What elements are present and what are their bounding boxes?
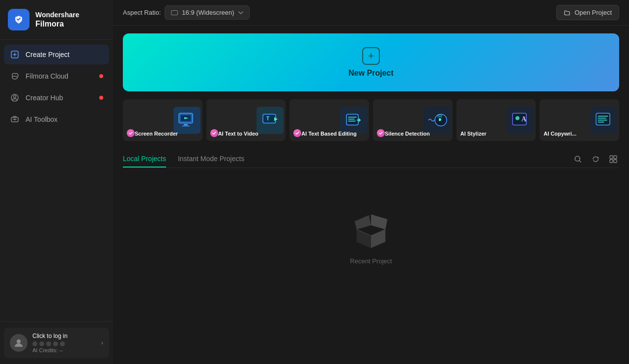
svg-rect-7 [172,10,178,15]
product-name: Filmora [35,19,79,28]
main-header: Aspect Ratio: 16:9 (Widescreen) Open Pro… [113,0,629,26]
screen-recorder-label: Screen Recorder [135,130,178,137]
open-project-icon [564,9,571,16]
ai-toolbox-icon [10,114,20,124]
aspect-ratio-value: 16:9 (Widescreen) [182,9,234,16]
new-project-plus-icon: + [362,47,380,65]
grid-view-icon [609,155,617,163]
sidebar-item-creator-hub[interactable]: Creator Hub [4,88,109,108]
dropdown-chevron-icon [238,11,243,14]
ai-stylizer-img: A [507,107,534,134]
ai-text-to-video-badge [210,129,218,137]
svg-point-2 [12,76,17,79]
tab-actions [572,153,619,165]
svg-text:A: A [521,115,527,123]
ai-dot-5 [60,341,65,346]
aspect-ratio-icon [171,10,178,15]
refresh-icon [592,155,600,163]
content-area: + New Project Screen Recorder [113,26,629,364]
brand-name: Wondershare [35,11,79,19]
ai-dot-3 [46,341,51,346]
ai-stylizer-label: AI Stylizer [460,130,486,137]
ai-toolbox-label: AI Toolbox [26,115,57,123]
search-projects-button[interactable] [572,153,584,165]
tab-local-projects[interactable]: Local Projects [123,151,166,168]
filmora-cloud-label: Filmora Cloud [26,72,68,80]
tab-instant-mode[interactable]: Instant Mode Projects [178,151,244,168]
svg-rect-10 [184,124,188,126]
creator-hub-label: Creator Hub [26,94,63,102]
aspect-ratio-selector: Aspect Ratio: 16:9 (Widescreen) [123,5,250,20]
svg-rect-11 [182,126,190,127]
sidebar-nav: Create Project Filmora Cloud C [0,40,113,321]
silence-detection-badge [377,129,385,137]
empty-projects-area: Recent Project [123,176,619,294]
creator-hub-dot [99,96,103,100]
creator-hub-icon [10,93,20,103]
feature-card-ai-text-based-editing[interactable]: AI Text Based Editing [289,99,369,141]
sidebar-item-filmora-cloud[interactable]: Filmora Cloud [4,66,109,86]
ai-dots [32,341,96,346]
sidebar-item-ai-toolbox[interactable]: AI Toolbox [4,110,109,129]
ai-copywriter-label: AI Copywri... [543,130,576,137]
search-icon [574,155,582,163]
feature-card-silence-detection[interactable]: Silence Detection [373,99,453,141]
app-logo-icon [8,9,29,30]
svg-rect-23 [610,160,613,163]
sidebar: Wondershare Filmora Create Project F [0,0,113,364]
svg-rect-14 [346,114,358,125]
create-project-label: Create Project [26,51,69,58]
logo-area: Wondershare Filmora [0,0,113,40]
user-chevron-icon: › [101,339,103,346]
svg-point-4 [14,96,16,98]
svg-rect-21 [610,156,613,159]
ai-dot-4 [53,341,58,346]
user-avatar [10,334,28,352]
screen-recorder-badge [127,129,135,137]
ai-credits-label: AI Credits: -- [32,347,96,353]
user-info: Click to log in AI Credits: -- [32,333,96,353]
feature-card-screen-recorder[interactable]: Screen Recorder [123,99,202,141]
create-project-icon [10,50,20,59]
open-project-label: Open Project [574,9,612,16]
refresh-projects-button[interactable] [590,153,601,165]
feature-card-ai-copywriter[interactable]: AI Copywri... ⋮ [540,99,619,141]
aspect-ratio-dropdown[interactable]: 16:9 (Widescreen) [165,5,249,20]
feature-cards-row: Screen Recorder AI Text to Video [123,99,619,141]
new-project-label: New Project [348,69,394,78]
svg-rect-19 [596,113,610,125]
ai-text-to-video-label: AI Text to Video [218,130,258,137]
empty-box-illustration [346,205,396,250]
project-tabs: Local Projects Instant Mode Projects [123,151,619,168]
feature-card-ai-text-to-video[interactable]: AI Text to Video T [206,99,286,141]
ai-dot-2 [39,341,44,346]
svg-text:T: T [266,116,269,121]
svg-point-6 [17,339,21,343]
feature-card-ai-stylizer[interactable]: AI Stylizer A [457,99,536,141]
svg-rect-22 [614,156,617,159]
user-login-area[interactable]: Click to log in AI Credits: -- › [4,328,109,358]
silence-detection-label: Silence Detection [385,130,430,137]
new-project-banner[interactable]: + New Project [123,33,619,91]
open-project-button[interactable]: Open Project [556,5,619,20]
aspect-ratio-text-label: Aspect Ratio: [123,9,161,16]
app-name: Wondershare Filmora [35,11,79,28]
sidebar-item-create-project[interactable]: Create Project [4,45,109,64]
ai-text-to-video-img: T [257,107,284,134]
filmora-cloud-icon [10,71,20,81]
ai-dot-1 [32,341,37,346]
empty-projects-label: Recent Project [350,257,392,265]
ai-text-based-editing-badge [293,129,301,137]
main-content: Aspect Ratio: 16:9 (Widescreen) Open Pro… [113,0,629,364]
click-to-login: Click to log in [32,333,96,339]
svg-point-17 [515,116,519,120]
filmora-cloud-dot [99,74,103,78]
ai-copywriter-img [590,107,617,134]
grid-view-button[interactable] [607,153,619,165]
ai-text-based-editing-label: AI Text Based Editing [301,130,356,137]
svg-rect-24 [614,160,617,163]
sidebar-footer: Click to log in AI Credits: -- › [0,321,113,364]
